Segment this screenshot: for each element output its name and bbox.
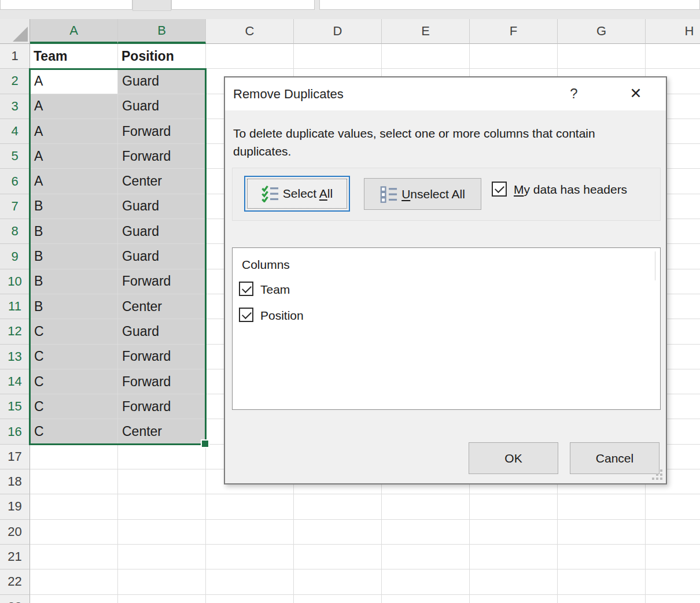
- cell-D20[interactable]: [294, 520, 382, 545]
- listbox-scrollbar[interactable]: [655, 251, 655, 280]
- cell-C21[interactable]: [206, 545, 294, 569]
- row-header-4[interactable]: 4: [0, 119, 30, 144]
- cell-A6[interactable]: A: [30, 169, 118, 194]
- cell-B9[interactable]: Guard: [118, 244, 206, 269]
- cell-A21[interactable]: [30, 545, 118, 569]
- cell-A22[interactable]: [30, 569, 118, 594]
- cell-F23[interactable]: [470, 595, 558, 603]
- ok-button[interactable]: OK: [469, 442, 558, 474]
- cell-C20[interactable]: [206, 520, 294, 545]
- row-header-14[interactable]: 14: [0, 369, 30, 394]
- row-header-12[interactable]: 12: [0, 319, 30, 344]
- close-icon[interactable]: ✕: [622, 77, 650, 110]
- cell-B21[interactable]: [118, 545, 206, 569]
- cell-F21[interactable]: [470, 545, 558, 569]
- column-header-C[interactable]: C: [206, 19, 294, 44]
- cell-A12[interactable]: C: [30, 319, 118, 344]
- cell-C22[interactable]: [206, 569, 294, 594]
- cell-G20[interactable]: [558, 520, 646, 545]
- insert-function-box[interactable]: [171, 0, 315, 10]
- column-header-E[interactable]: E: [382, 19, 470, 44]
- cell-B7[interactable]: Guard: [118, 194, 206, 219]
- cell-A11[interactable]: B: [30, 294, 118, 319]
- column-header-D[interactable]: D: [294, 19, 382, 44]
- cell-B13[interactable]: Forward: [118, 345, 206, 369]
- cell-B2[interactable]: Guard: [118, 69, 206, 94]
- cancel-button[interactable]: Cancel: [570, 442, 660, 474]
- cell-H23[interactable]: [646, 595, 700, 603]
- unselect-all-button[interactable]: Unselect All: [364, 178, 481, 210]
- cell-A14[interactable]: C: [30, 369, 118, 394]
- cell-B5[interactable]: Forward: [118, 144, 206, 169]
- row-header-17[interactable]: 17: [0, 445, 30, 469]
- select-all-corner[interactable]: [0, 19, 30, 44]
- cell-B19[interactable]: [118, 494, 206, 519]
- cell-G1[interactable]: [558, 44, 646, 69]
- row-header-19[interactable]: 19: [0, 494, 30, 519]
- cell-B16[interactable]: Center: [118, 419, 206, 444]
- cell-D23[interactable]: [294, 595, 382, 603]
- cell-B17[interactable]: [118, 445, 206, 469]
- cell-A23[interactable]: [30, 595, 118, 603]
- cell-F1[interactable]: [470, 44, 558, 69]
- cell-D22[interactable]: [294, 569, 382, 594]
- cell-A2[interactable]: A: [30, 69, 118, 94]
- cell-F19[interactable]: [470, 494, 558, 519]
- cell-A19[interactable]: [30, 494, 118, 519]
- row-header-2[interactable]: 2: [0, 69, 30, 94]
- cell-H21[interactable]: [646, 545, 700, 569]
- row-header-11[interactable]: 11: [0, 294, 30, 319]
- cell-F20[interactable]: [470, 520, 558, 545]
- cell-B23[interactable]: [118, 595, 206, 603]
- select-all-button[interactable]: Select All: [244, 176, 350, 212]
- cell-C19[interactable]: [206, 494, 294, 519]
- cell-A9[interactable]: B: [30, 244, 118, 269]
- cell-E19[interactable]: [382, 494, 470, 519]
- row-header-10[interactable]: 10: [0, 269, 30, 294]
- cell-A20[interactable]: [30, 520, 118, 545]
- cell-A10[interactable]: B: [30, 269, 118, 294]
- row-header-1[interactable]: 1: [0, 44, 30, 69]
- cell-B15[interactable]: Forward: [118, 394, 206, 419]
- cell-A17[interactable]: [30, 445, 118, 469]
- column-header-H[interactable]: H: [646, 19, 700, 44]
- cell-A5[interactable]: A: [30, 144, 118, 169]
- cell-A18[interactable]: [30, 469, 118, 494]
- cell-B6[interactable]: Center: [118, 169, 206, 194]
- row-header-18[interactable]: 18: [0, 469, 30, 494]
- resize-grip-icon[interactable]: [652, 469, 663, 480]
- cell-A3[interactable]: A: [30, 94, 118, 119]
- row-header-22[interactable]: 22: [0, 569, 30, 594]
- cell-B12[interactable]: Guard: [118, 319, 206, 344]
- cell-B11[interactable]: Center: [118, 294, 206, 319]
- column-header-G[interactable]: G: [558, 19, 646, 44]
- cell-A7[interactable]: B: [30, 194, 118, 219]
- row-header-21[interactable]: 21: [0, 545, 30, 569]
- cell-A13[interactable]: C: [30, 345, 118, 369]
- row-header-13[interactable]: 13: [0, 345, 30, 369]
- cell-H22[interactable]: [646, 569, 700, 594]
- row-header-8[interactable]: 8: [0, 219, 30, 244]
- column-header-B[interactable]: B: [118, 19, 206, 44]
- cell-E21[interactable]: [382, 545, 470, 569]
- cell-G19[interactable]: [558, 494, 646, 519]
- cell-B8[interactable]: Guard: [118, 219, 206, 244]
- cell-D19[interactable]: [294, 494, 382, 519]
- cell-G23[interactable]: [558, 595, 646, 603]
- row-header-15[interactable]: 15: [0, 394, 30, 419]
- cell-B14[interactable]: Forward: [118, 369, 206, 394]
- name-box[interactable]: [0, 0, 132, 10]
- cell-D1[interactable]: [294, 44, 382, 69]
- column-checkbox-position[interactable]: [239, 308, 253, 322]
- cell-B18[interactable]: [118, 469, 206, 494]
- cell-B3[interactable]: Guard: [118, 94, 206, 119]
- cell-A1[interactable]: Team: [30, 44, 118, 69]
- row-header-6[interactable]: 6: [0, 169, 30, 194]
- cell-A15[interactable]: C: [30, 394, 118, 419]
- help-icon[interactable]: ?: [562, 77, 585, 110]
- cell-H1[interactable]: [646, 44, 700, 69]
- cell-E22[interactable]: [382, 569, 470, 594]
- row-header-9[interactable]: 9: [0, 244, 30, 269]
- my-data-has-headers-checkbox[interactable]: [492, 182, 507, 197]
- cell-D21[interactable]: [294, 545, 382, 569]
